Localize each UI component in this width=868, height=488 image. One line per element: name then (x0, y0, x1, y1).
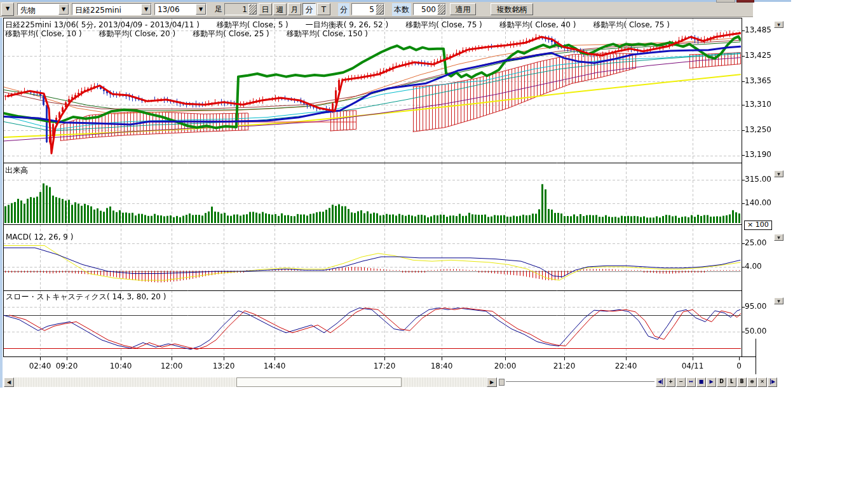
zoom-out-button[interactable]: − (676, 377, 686, 387)
macd-axis-tick: 25.00 (745, 238, 766, 247)
legend-item: 移動平均( Close, 10 ) (5, 29, 82, 38)
stop-button[interactable]: ■ (696, 377, 706, 387)
scroll-left-button[interactable]: ◀ (4, 377, 14, 387)
legend-item: 移動平均( Close, 20 ) (99, 29, 176, 38)
zoom-slider-handle[interactable] (499, 379, 505, 386)
period-month-button[interactable]: 月 (288, 3, 301, 15)
time-axis-tick: 12:00 (158, 362, 186, 370)
macd-axis-tick: 4.00 (745, 262, 762, 271)
macd-label: MACD( 12, 26, 9 ) (6, 233, 73, 241)
chevron-down-icon[interactable]: ▼ (196, 4, 206, 15)
scale-dropdown-button[interactable]: ▼ (774, 21, 783, 28)
symbol-select-value: 日経225mini (72, 4, 141, 15)
period-tick-button[interactable]: T (317, 3, 330, 15)
legend-item: 一目均衡表( 9, 26, 52 ) (306, 20, 388, 29)
chevron-down-icon: ▼ (6, 6, 10, 11)
scroll-thumb[interactable] (236, 377, 402, 387)
volume-multiplier-label: × 100 (744, 220, 772, 230)
application-window: ▼ 先物 ▼ 日経225mini ▼ 13/06 ▼ 足 1 日 週 月 分 T… (0, 0, 868, 488)
zoom-slider-track[interactable] (506, 381, 654, 384)
price-axis-tick: 13,310 (745, 100, 771, 109)
bar-count-spinner-value: 500 (414, 4, 437, 15)
bar-type-label: 足 (215, 4, 222, 15)
bar-interval-spinner: 1 (224, 3, 257, 15)
scale-dropdown-button[interactable]: ▼ (774, 234, 783, 241)
contract-month-select[interactable]: 13/06 ▼ (154, 3, 207, 15)
time-axis-tick: 09:20 (53, 362, 81, 370)
legend-row-2: 移動平均( Close, 10 )移動平均( Close, 20 )移動平均( … (5, 29, 385, 39)
crosshair-button[interactable]: ⊕ (747, 377, 757, 387)
chart-canvas[interactable] (0, 0, 788, 389)
legend-item: 移動平均( Close, 150 ) (287, 29, 368, 38)
close-button[interactable]: ✕ (757, 377, 767, 387)
spinner-icon[interactable] (248, 4, 257, 15)
minute-spinner-value: 5 (352, 4, 376, 15)
titlebar-close-button-stub[interactable] (736, 0, 754, 3)
fit-width-button[interactable]: ↔ (686, 377, 696, 387)
apply-button[interactable]: 適用 (450, 3, 476, 15)
step-back-button[interactable]: ◀| (656, 377, 665, 387)
legend-item: 移動平均( Close, 75 ) (405, 20, 482, 29)
menu-dropdown-button[interactable]: ▼ (1, 3, 14, 16)
price-axis-tick: 13,425 (745, 51, 771, 60)
mode-d-button[interactable]: D (717, 377, 726, 387)
time-axis-tick: 20:00 (491, 362, 519, 370)
time-axis-tick: 13:20 (210, 362, 238, 370)
volume-axis-tick: 315.00 (745, 175, 771, 184)
time-axis-tick: 04/11 (679, 362, 707, 370)
legend-item: 移動平均( Close, 5 ) (217, 20, 288, 29)
zoom-in-button[interactable]: + (666, 377, 675, 387)
period-minute-button[interactable]: 分 (302, 3, 316, 15)
chevron-down-icon[interactable]: ▼ (141, 4, 151, 15)
minute-label: 分 (338, 3, 349, 16)
period-day-button[interactable]: 日 (259, 3, 272, 15)
mode-b-button[interactable]: B (737, 377, 747, 387)
chevron-down-icon[interactable]: ▼ (58, 4, 69, 15)
time-axis-tick: 0 (725, 362, 753, 370)
time-axis-tick: 02:40 (26, 362, 54, 370)
time-axis-tick: 18:40 (428, 362, 456, 370)
bar-count-label: 本数 (392, 3, 411, 16)
step-forward-button[interactable]: |▶ (768, 377, 777, 387)
price-axis-tick: 13,250 (745, 125, 771, 134)
bar-interval-value: 1 (225, 4, 248, 15)
legend-item: 日経225mini 13/06( 5分, 2013/04/09 - 2013/0… (5, 20, 200, 29)
legend-item: 移動平均( Close, 40 ) (499, 20, 576, 29)
scroll-track[interactable] (14, 377, 487, 387)
spinner-icon[interactable] (376, 4, 384, 15)
period-week-button[interactable]: 週 (273, 3, 287, 15)
stoch-axis-tick: 50.00 (745, 327, 766, 336)
time-axis-tick: 17:20 (370, 362, 398, 370)
chart-nav-buttons: ◀|+−↔■▶DLB⊕✕|▶ (656, 377, 778, 387)
play-button[interactable]: ▶ (707, 377, 716, 387)
market-select-value: 先物 (18, 4, 58, 15)
volume-axis-tick: 140.00 (745, 198, 771, 207)
time-axis-tick: 10:40 (107, 362, 135, 370)
chart-scrollbar: ◀ ▶ ◀|+−↔■▶DLB⊕✕|▶ (0, 377, 788, 388)
scale-dropdown-button[interactable]: ▼ (774, 297, 783, 304)
scroll-right-button[interactable]: ▶ (487, 377, 497, 387)
legend-item: 移動平均( Close, 25 ) (193, 29, 269, 38)
stochastics-label: スロー・ストキャスティクス( 14, 3, 80, 20 ) (6, 292, 166, 302)
main-toolbar: ▼ 先物 ▼ 日経225mini ▼ 13/06 ▼ 足 1 日 週 月 分 T… (0, 2, 753, 17)
minute-spinner[interactable]: 5 (351, 3, 384, 15)
bar-count-spinner[interactable]: 500 (413, 3, 446, 15)
contract-month-value: 13/06 (155, 4, 196, 15)
time-axis-tick: 21:20 (550, 362, 578, 370)
stoch-axis-tick: 95.00 (745, 302, 766, 311)
mode-l-button[interactable]: L (727, 377, 736, 387)
multi-symbol-button[interactable]: 複数銘柄 (491, 3, 533, 15)
time-axis-tick: 14:40 (261, 362, 288, 370)
price-axis-tick: 13,365 (745, 76, 771, 85)
price-axis-tick: 13,190 (745, 150, 771, 159)
titlebar-button-stub[interactable] (716, 0, 735, 3)
legend-item: 移動平均( Close, 75 ) (593, 20, 670, 29)
time-axis-tick: 22:40 (612, 362, 640, 370)
market-select[interactable]: 先物 ▼ (17, 3, 69, 15)
window-frame (0, 18, 3, 388)
spinner-icon[interactable] (437, 4, 445, 15)
volume-label: 出来高 (5, 165, 28, 176)
scale-dropdown-button[interactable]: ▼ (774, 170, 783, 177)
symbol-select[interactable]: 日経225mini ▼ (72, 3, 152, 15)
price-axis-tick: 13,485 (745, 25, 771, 34)
